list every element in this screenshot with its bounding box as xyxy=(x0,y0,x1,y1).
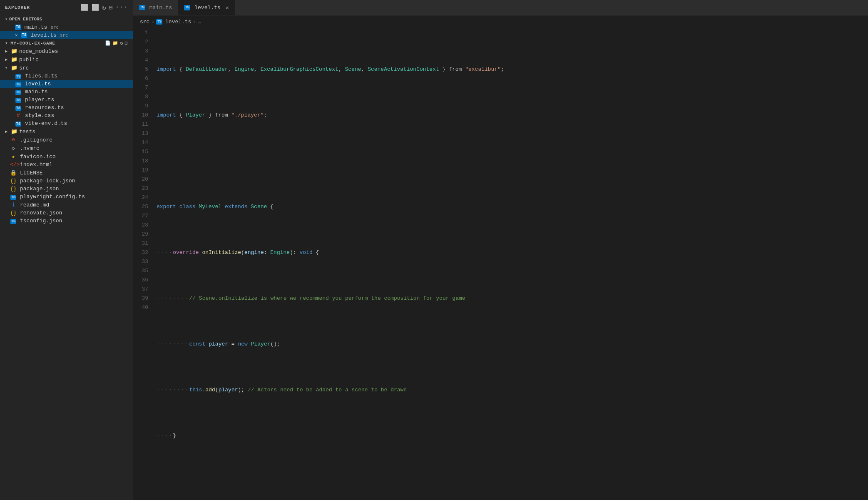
tree-item-gitignore[interactable]: ⊕ .gitignore xyxy=(0,136,133,144)
tree-item-main-ts[interactable]: TS main.ts xyxy=(0,88,133,96)
main-editor-area: TS main.ts TS level.ts ✕ src › TS level.… xyxy=(133,0,868,500)
star-icon: ★ xyxy=(10,153,17,160)
breadcrumb-sep1: › xyxy=(151,19,154,25)
breadcrumb-ellipsis[interactable]: … xyxy=(198,19,201,25)
new-folder-icon[interactable]: ⬜ xyxy=(92,4,100,12)
tree-label-main-ts: main.ts xyxy=(25,89,48,95)
open-editor-level-ts[interactable]: ✕ TS level.ts src xyxy=(0,31,133,39)
code-lines: import { DefaultLoader, Engine, Excalibu… xyxy=(155,28,868,500)
tree-label-files-d-ts: files.d.ts xyxy=(25,73,57,79)
new-file-project-icon[interactable]: 📄 xyxy=(105,40,111,46)
folder-icon-src: 📁 xyxy=(11,65,17,71)
collapse-all-icon[interactable]: ⊟ xyxy=(109,4,113,12)
code-line-7: ········const player = new Player(); xyxy=(157,340,868,349)
project-section-arrow: ▾ xyxy=(5,40,8,46)
tree-item-style-css[interactable]: # style.css xyxy=(0,112,133,119)
code-line-3 xyxy=(157,157,868,166)
html-icon: </> xyxy=(10,162,17,168)
tree-label-resources-ts: resources.ts xyxy=(25,104,64,111)
tree-label-tests: tests xyxy=(19,129,35,135)
open-editors-label: OPEN EDITORS xyxy=(9,17,42,22)
code-line-6: ········// Scene.onInitialize is where w… xyxy=(157,294,868,303)
project-section-label: MY-COOL-EX-GAME xyxy=(10,41,55,46)
tree-item-index-html[interactable]: </> index.html xyxy=(0,161,133,169)
tab-level-ts[interactable]: TS level.ts ✕ xyxy=(178,0,235,15)
new-file-icon[interactable]: ⬜ xyxy=(81,4,89,12)
open-editor-main-ts-path: src xyxy=(50,25,59,30)
code-line-2: import { Player } from "./player"; xyxy=(157,111,868,120)
tab-close-level-ts[interactable]: ✕ xyxy=(226,5,229,11)
folder-arrow-src: ▾ xyxy=(5,65,11,70)
json-icon-renovate: {} xyxy=(10,210,17,216)
tree-label-src: src xyxy=(19,65,29,71)
tree-label-player-ts: player.ts xyxy=(25,97,54,103)
tree-item-node_modules[interactable]: ▶ 📁 node_modules xyxy=(0,47,133,55)
tab-main-ts-icon: TS xyxy=(139,5,145,10)
collapse-project-icon[interactable]: ⊟ xyxy=(125,40,128,46)
tree-item-tests[interactable]: ▶ 📁 tests xyxy=(0,127,133,136)
tree-item-level-ts[interactable]: TS level.ts xyxy=(0,80,133,88)
tab-level-ts-icon: TS xyxy=(184,5,190,10)
new-folder-project-icon[interactable]: 📁 xyxy=(112,40,119,46)
tree-item-renovate[interactable]: {} renovate.json xyxy=(0,209,133,217)
tree-item-package-json[interactable]: {} package.json xyxy=(0,185,133,193)
code-editor[interactable]: 1 2 3 4 5 6 7 8 9 10 11 13 14 15 18 19 2… xyxy=(133,28,868,500)
open-editor-main-ts[interactable]: TS main.ts src xyxy=(0,23,133,31)
code-line-8: ········this.add(player); // Actors need… xyxy=(157,386,868,395)
tree-label-vite-env-d-ts: vite-env.d.ts xyxy=(25,120,67,127)
tab-main-ts-label: main.ts xyxy=(149,5,172,11)
open-editor-level-ts-path: src xyxy=(60,33,68,38)
tree-label-node_modules: node_modules xyxy=(19,48,58,55)
ts-icon-tsconfig: TS xyxy=(10,218,17,224)
folder-icon-public: 📁 xyxy=(11,56,17,63)
code-area: 1 2 3 4 5 6 7 8 9 10 11 13 14 15 18 19 2… xyxy=(133,28,868,500)
tree-label-index-html: index.html xyxy=(20,162,52,168)
code-line-1: import { DefaultLoader, Engine, Excalibu… xyxy=(157,65,868,74)
tree-label-public: public xyxy=(19,57,39,63)
tree-label-gitignore: .gitignore xyxy=(20,137,52,143)
code-line-10 xyxy=(157,477,868,486)
tree-item-files-d-ts[interactable]: TS files.d.ts xyxy=(0,72,133,80)
readme-icon: ℹ xyxy=(10,201,17,208)
ts-icon-resources: TS xyxy=(15,104,22,111)
tree-label-style-css: style.css xyxy=(25,112,54,119)
refresh-project-icon[interactable]: ↻ xyxy=(120,40,123,46)
tree-item-vite-env-d-ts[interactable]: TS vite-env.d.ts xyxy=(0,119,133,127)
nvmrc-icon: ◇ xyxy=(10,145,17,152)
tree-label-package-lock: package-lock.json xyxy=(20,178,75,184)
breadcrumb-level-ts[interactable]: level.ts xyxy=(165,19,191,25)
json-icon-pkg: {} xyxy=(10,186,17,192)
tree-item-readme[interactable]: ℹ readme.md xyxy=(0,201,133,209)
tree-item-license[interactable]: 🔒 LICENSE xyxy=(0,169,133,177)
more-actions-icon[interactable]: ··· xyxy=(115,4,128,12)
ts-icon-playwright: TS xyxy=(10,194,17,200)
tab-bar: TS main.ts TS level.ts ✕ xyxy=(133,0,868,16)
tree-item-src[interactable]: ▾ 📁 src xyxy=(0,64,133,72)
ts-icon-level: TS xyxy=(21,32,27,38)
tree-item-resources-ts[interactable]: TS resources.ts xyxy=(0,104,133,112)
tab-level-ts-label: level.ts xyxy=(194,5,220,11)
folder-arrow: ▶ xyxy=(5,49,11,54)
json-icon-pkg-lock: {} xyxy=(10,178,17,184)
breadcrumb-src[interactable]: src xyxy=(140,19,149,25)
tree-item-package-lock[interactable]: {} package-lock.json xyxy=(0,177,133,185)
folder-arrow-public: ▶ xyxy=(5,57,11,62)
folder-icon: 📁 xyxy=(11,48,17,55)
tree-item-tsconfig[interactable]: TS tsconfig.json xyxy=(0,217,133,225)
open-editor-main-ts-label: main.ts xyxy=(25,24,47,30)
ts-icon-level-tree: TS xyxy=(15,81,22,87)
ts-icon-files-d: TS xyxy=(15,73,22,79)
sidebar: EXPLORER ⬜ ⬜ ↻ ⊟ ··· ▾ OPEN EDITORS TS m… xyxy=(0,0,133,500)
refresh-icon[interactable]: ↻ xyxy=(102,4,107,12)
project-section-header[interactable]: ▾ MY-COOL-EX-GAME 📄 📁 ↻ ⊟ xyxy=(0,39,133,47)
tree-item-player-ts[interactable]: TS player.ts xyxy=(0,96,133,104)
tree-item-playwright[interactable]: TS playwright.config.ts xyxy=(0,193,133,201)
tree-label-renovate: renovate.json xyxy=(20,210,62,216)
open-editors-section[interactable]: ▾ OPEN EDITORS xyxy=(0,15,133,23)
tree-item-public[interactable]: ▶ 📁 public xyxy=(0,55,133,64)
tree-item-favicon[interactable]: ★ favicon.ico xyxy=(0,152,133,161)
tab-main-ts[interactable]: TS main.ts xyxy=(133,0,178,15)
tree-item-nvmrc[interactable]: ◇ .nvmrc xyxy=(0,144,133,152)
close-level-ts-icon[interactable]: ✕ xyxy=(15,32,18,38)
file-tree: ▾ OPEN EDITORS TS main.ts src ✕ TS level… xyxy=(0,15,133,500)
